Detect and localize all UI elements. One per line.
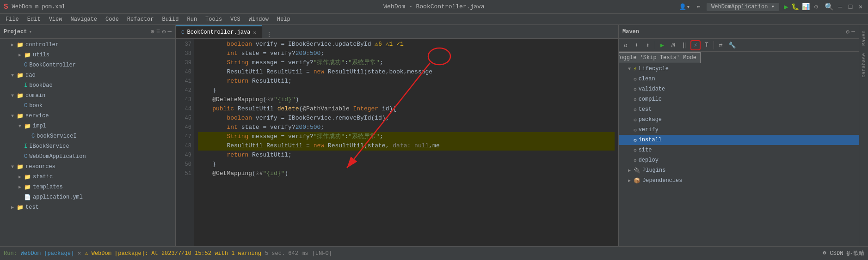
plugins-icon: 🔌 <box>634 167 640 174</box>
close-run-btn[interactable]: ✕ <box>78 250 81 257</box>
tree-item-impl[interactable]: ▼ 📁 impl <box>0 121 175 131</box>
tree-item-test[interactable]: ▶ 📁 test <box>0 202 175 212</box>
yml-icon-app: 📄 <box>24 194 31 201</box>
folder-icon-dao: 📁 <box>17 72 24 79</box>
collapse-icon[interactable]: ≡ <box>156 28 160 36</box>
tree-label-book: book <box>29 103 43 109</box>
tree-item-controller[interactable]: ▶ 📁 controller <box>0 40 175 50</box>
profile-button[interactable]: 📊 <box>802 3 810 11</box>
maven-run-btn[interactable]: ▶ <box>657 40 667 50</box>
tree-item-ibook-service[interactable]: I IBookService <box>0 141 175 151</box>
menu-help[interactable]: Help <box>273 15 294 24</box>
maven-download-btn[interactable]: ⬇ <box>632 40 642 50</box>
tree-item-service[interactable]: ▼ 📁 service <box>0 111 175 121</box>
side-tabs: Maven Database <box>859 25 868 246</box>
debug-button[interactable]: 🐛 <box>791 3 799 11</box>
editor-area: C BookController.java ✕ ⋮ 37 38 39 40 41… <box>176 25 618 246</box>
maven-m-btn[interactable]: m <box>668 40 678 50</box>
menu-code[interactable]: Code <box>102 15 123 24</box>
maven-item-package[interactable]: ⚙ package <box>619 115 859 125</box>
menu-run[interactable]: Run <box>183 15 201 24</box>
side-tab-database[interactable]: Database <box>860 49 868 81</box>
maven-item-deploy[interactable]: ⚙ deploy <box>619 155 859 165</box>
maven-header-icons: ⚙ — <box>846 28 855 36</box>
run-button[interactable]: ▶ <box>784 2 788 12</box>
maven-parallel-btn[interactable]: ‖ <box>679 40 689 50</box>
code-content[interactable]: boolean verify = IBookService.updateById… <box>194 39 618 246</box>
tab-close-btn[interactable]: ✕ <box>253 30 256 36</box>
maven-settings-icon[interactable]: ⚙ <box>846 28 850 36</box>
maven-item-lifecycle[interactable]: ▼ ⚡ Lifecycle <box>619 64 859 74</box>
gear-icon-compile: ⚙ <box>634 97 637 103</box>
menu-tools[interactable]: Tools <box>202 15 226 24</box>
maven-strikeT-btn[interactable]: T <box>702 40 712 50</box>
maven-label-test: test <box>639 106 652 113</box>
menu-edit[interactable]: Edit <box>24 15 44 24</box>
tree-item-dao[interactable]: ▼ 📁 dao <box>0 70 175 80</box>
tab-book-controller[interactable]: C BookController.java ✕ <box>176 25 262 38</box>
maven-item-plugins[interactable]: ▶ 🔌 Plugins <box>619 165 859 175</box>
settings-gear[interactable]: ⚙ <box>823 249 826 257</box>
maven-item-dependencies[interactable]: ▶ 📦 Dependencies <box>619 175 859 186</box>
tree-item-utils[interactable]: ▶ 📁 utils <box>0 50 175 60</box>
menu-window[interactable]: Window <box>245 15 272 24</box>
maven-item-verify[interactable]: ⚙ verify <box>619 125 859 135</box>
maven-item-test[interactable]: ⚙ test <box>619 104 859 115</box>
line-numbers: 37 38 39 40 41 42 43 44 45 46 47 48 49 5… <box>176 39 194 246</box>
code-line-48: ResultUtil ResultUtil = new ResultUtil(s… <box>198 141 615 151</box>
side-tab-maven[interactable]: Maven <box>860 27 868 49</box>
project-panel: Project ▾ ⊕ ≡ ⚙ — ▶ 📁 controller ▶ 📁 <box>0 25 176 246</box>
minimize-button[interactable]: — <box>837 3 844 11</box>
tree-item-domain[interactable]: ▼ 📁 domain <box>0 91 175 101</box>
tree-item-static[interactable]: ▶ 📁 static <box>0 172 175 182</box>
maven-item-compile[interactable]: ⚙ compile <box>619 94 859 104</box>
panel-dropdown[interactable]: ▾ <box>29 29 32 35</box>
maven-transfer-btn[interactable]: ⇄ <box>716 40 726 50</box>
tree-item-book-service-i[interactable]: C bookServiceI <box>0 131 175 141</box>
maximize-button[interactable]: □ <box>847 3 854 11</box>
menu-file[interactable]: File <box>2 15 23 24</box>
maven-item-validate[interactable]: ⚙ validate <box>619 84 859 94</box>
more-actions[interactable]: ⚙ <box>814 3 818 11</box>
maven-skip-tests-btn[interactable]: ⚡ <box>690 40 701 50</box>
hide-icon[interactable]: — <box>168 28 172 36</box>
maven-item-clean[interactable]: ⚙ clean <box>619 74 859 84</box>
user-icon: 👤▾ <box>679 3 690 11</box>
maven-label-dependencies: Dependencies <box>642 177 682 184</box>
gear-icon-validate: ⚙ <box>634 86 637 92</box>
search-button[interactable]: 🔍 <box>825 2 834 12</box>
tree-item-webdom-app[interactable]: C WebDomApplication <box>0 151 175 162</box>
gear-icon-test: ⚙ <box>634 107 637 113</box>
run-config-dropdown[interactable]: WebDomApplication ▾ <box>707 3 779 10</box>
maven-label-deploy: deploy <box>639 157 659 163</box>
tree-item-book-dao[interactable]: I bookDao <box>0 80 175 91</box>
bottom-bar: Run: WebDom [package] ✕ ⚠ WebDom [packag… <box>0 246 868 260</box>
maven-label-compile: compile <box>639 96 662 103</box>
menu-vcs[interactable]: VCS <box>227 15 244 24</box>
tree-item-book-controller[interactable]: C BookController <box>0 60 175 70</box>
menu-refactor[interactable]: Refactor <box>123 15 158 24</box>
tree-item-book[interactable]: C book <box>0 101 175 111</box>
menu-build[interactable]: Build <box>158 15 182 24</box>
gear-icon-install: ⚙ <box>634 137 637 143</box>
tree-item-resources[interactable]: ▼ 📁 resources <box>0 162 175 172</box>
maven-label-site: site <box>639 147 652 153</box>
locate-icon[interactable]: ⊕ <box>150 28 154 36</box>
maven-title: Maven <box>622 29 639 35</box>
settings-icon[interactable]: ⚙ <box>162 28 166 36</box>
tree-item-templates[interactable]: ▶ 📁 templates <box>0 182 175 192</box>
maven-hide-icon[interactable]: — <box>851 28 855 36</box>
tree-label-ibook-service: IBookService <box>29 143 69 150</box>
maven-upload-btn[interactable]: ⬆ <box>643 40 653 50</box>
maven-refresh-btn[interactable]: ↺ <box>621 40 631 50</box>
menu-view[interactable]: View <box>45 15 66 24</box>
maven-label-package: package <box>639 116 662 123</box>
webdom-package-link[interactable]: WebDom [package] <box>21 250 74 257</box>
maven-wrench-btn[interactable]: 🔧 <box>727 40 737 50</box>
close-button[interactable]: ✕ <box>857 3 864 11</box>
tab-options-btn[interactable]: ⋮ <box>266 30 272 38</box>
maven-item-site[interactable]: ⚙ site <box>619 145 859 155</box>
maven-item-install[interactable]: ⚙ install <box>619 135 859 145</box>
tree-item-application-yml[interactable]: 📄 application.yml <box>0 192 175 202</box>
menu-navigate[interactable]: Navigate <box>67 15 101 24</box>
